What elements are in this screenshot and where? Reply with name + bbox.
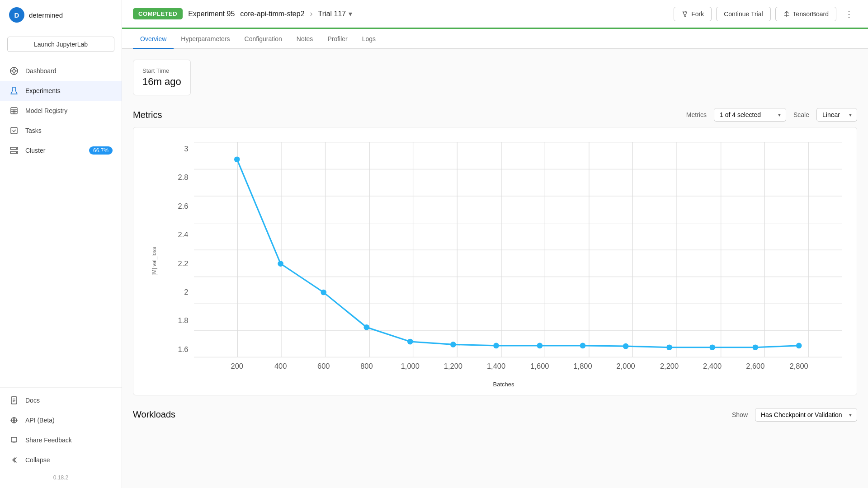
metrics-select[interactable]: 1 of 4 selected (714, 108, 786, 122)
svg-rect-8 (11, 127, 17, 134)
sidebar-item-collapse[interactable]: Collapse (0, 450, 122, 470)
continue-trial-button[interactable]: Continue Trial (716, 7, 770, 21)
tab-notes[interactable]: Notes (289, 29, 321, 49)
tasks-icon (9, 126, 19, 136)
topbar: COMPLETED Experiment 95 core-api-timm-st… (122, 0, 868, 29)
svg-point-71 (450, 342, 456, 347)
chart-container: [M] val_loss .grid-line { stroke: #ddd; … (133, 127, 857, 395)
tab-overview[interactable]: Overview (133, 29, 174, 49)
y-axis-label: [M] val_loss (151, 247, 157, 275)
sidebar-item-share-feedback[interactable]: Share Feedback (0, 430, 122, 450)
tab-profiler[interactable]: Profiler (320, 29, 354, 49)
nav-items: Dashboard Experiments Model Registry (0, 58, 122, 387)
svg-text:1.8: 1.8 (178, 316, 189, 324)
svg-text:400: 400 (274, 362, 287, 370)
fork-icon (681, 10, 689, 18)
svg-point-12 (16, 152, 17, 153)
tab-configuration[interactable]: Configuration (237, 29, 289, 49)
svg-point-18 (686, 11, 687, 12)
svg-text:2,200: 2,200 (660, 362, 679, 370)
svg-point-74 (580, 343, 586, 349)
svg-text:600: 600 (317, 362, 330, 370)
avatar: D (9, 7, 24, 23)
svg-text:2.4: 2.4 (178, 230, 189, 239)
sidebar-item-label-experiments: Experiments (25, 87, 61, 94)
svg-point-72 (493, 343, 499, 349)
share-feedback-icon (9, 435, 19, 445)
metrics-controls: Metrics 1 of 4 selected Scale Linear Log (686, 108, 857, 122)
experiments-icon (9, 86, 19, 96)
svg-text:1,400: 1,400 (487, 362, 505, 370)
workloads-header: Workloads Show Has Checkpoint or Validat… (133, 408, 857, 422)
sidebar-item-label-api-beta: API (Beta) (25, 417, 55, 424)
app-name: determined (29, 11, 63, 19)
workloads-filter-select[interactable]: Has Checkpoint or Validation (755, 408, 857, 422)
model-label: core-api-timm-step2 (240, 10, 304, 18)
svg-text:2,400: 2,400 (703, 362, 722, 370)
tab-logs[interactable]: Logs (355, 29, 383, 49)
workloads-filter-wrapper: Has Checkpoint or Validation (755, 408, 857, 422)
sidebar-item-dashboard[interactable]: Dashboard (0, 61, 122, 81)
launch-jupyterlab-button[interactable]: Launch JupyterLab (7, 37, 114, 52)
x-axis-label: Batches (160, 381, 848, 388)
workloads-show-label: Show (732, 411, 748, 418)
svg-text:2,600: 2,600 (746, 362, 764, 370)
svg-point-77 (709, 344, 715, 350)
sidebar-item-model-registry[interactable]: Model Registry (0, 101, 122, 121)
metrics-header: Metrics Metrics 1 of 4 selected Scale Li… (133, 108, 857, 122)
sidebar-item-api-beta[interactable]: API (Beta) (0, 410, 122, 430)
more-options-button[interactable]: ⋮ (841, 7, 857, 21)
svg-text:1,800: 1,800 (573, 362, 592, 370)
svg-text:2: 2 (184, 288, 188, 296)
svg-point-78 (752, 344, 758, 350)
status-badge: COMPLETED (133, 8, 183, 19)
start-time-value: 16m ago (142, 76, 181, 88)
svg-text:2.8: 2.8 (178, 173, 189, 181)
sidebar-item-cluster[interactable]: Cluster 66.7% (0, 141, 122, 160)
scale-select-wrapper: Linear Log (816, 108, 857, 122)
svg-text:800: 800 (360, 362, 373, 370)
svg-point-17 (683, 11, 684, 12)
tabs: Overview Hyperparameters Configuration N… (122, 29, 868, 49)
svg-text:2,800: 2,800 (790, 362, 808, 370)
trial-label: Trial 117 ▾ (318, 9, 353, 18)
cluster-badge: 66.7% (89, 146, 113, 155)
sidebar-item-tasks[interactable]: Tasks (0, 121, 122, 141)
start-time-card: Start Time 16m ago (133, 60, 191, 95)
api-icon (9, 415, 19, 425)
svg-text:2.6: 2.6 (178, 202, 189, 210)
svg-point-73 (537, 343, 543, 349)
scale-label: Scale (793, 111, 809, 118)
tensorboard-button[interactable]: TensorBoard (775, 7, 836, 21)
docs-icon (9, 395, 19, 405)
tensorboard-icon (783, 10, 790, 18)
sidebar-item-label-model-registry: Model Registry (25, 107, 67, 114)
sidebar-item-docs[interactable]: Docs (0, 390, 122, 410)
svg-text:200: 200 (231, 362, 243, 370)
trial-chevron-icon[interactable]: ▾ (349, 9, 352, 18)
svg-point-19 (684, 15, 686, 17)
breadcrumb-sep: › (310, 9, 313, 19)
sidebar-item-label-tasks: Tasks (25, 127, 42, 134)
tab-hyperparameters[interactable]: Hyperparameters (174, 29, 237, 49)
overview-content: Start Time 16m ago Metrics Metrics 1 of … (122, 49, 868, 488)
sidebar-item-label-cluster: Cluster (25, 147, 45, 154)
scale-select[interactable]: Linear Log (816, 108, 857, 122)
svg-point-68 (321, 290, 326, 296)
svg-point-79 (796, 343, 802, 349)
svg-text:2,000: 2,000 (617, 362, 635, 370)
workloads-title: Workloads (133, 409, 725, 420)
sidebar-header: D determined (0, 0, 122, 30)
fork-button[interactable]: Fork (674, 7, 712, 21)
metrics-title: Metrics (133, 110, 686, 120)
svg-text:2.2: 2.2 (178, 259, 189, 267)
sidebar-item-label-collapse: Collapse (25, 456, 50, 464)
sidebar-item-label-share-feedback: Share Feedback (25, 436, 72, 444)
model-registry-icon (9, 106, 19, 116)
topbar-actions: Fork Continue Trial TensorBoard ⋮ (674, 7, 857, 21)
svg-point-67 (278, 261, 283, 267)
sidebar-item-experiments[interactable]: Experiments (0, 81, 122, 101)
metrics-label: Metrics (686, 111, 707, 118)
sidebar-item-label-docs: Docs (25, 397, 40, 404)
collapse-icon (9, 455, 19, 465)
